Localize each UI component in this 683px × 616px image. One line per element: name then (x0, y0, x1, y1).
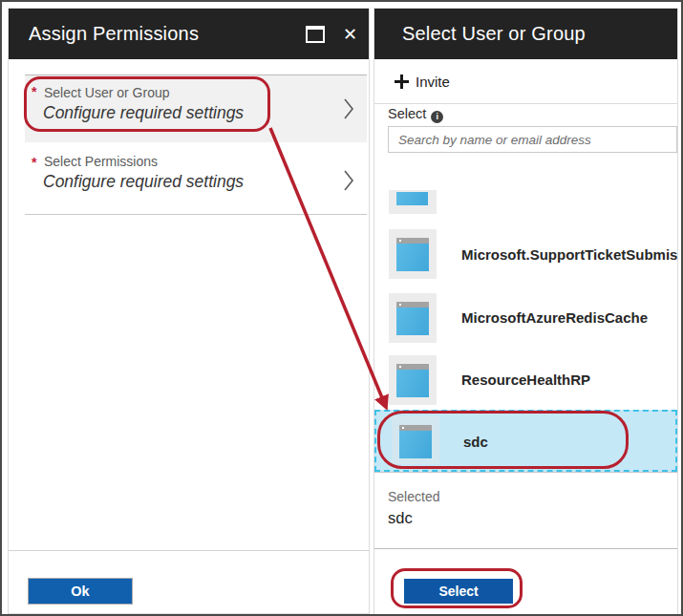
select-permissions-row[interactable]: * Select Permissions Configure required … (25, 146, 367, 215)
restore-window-icon[interactable] (306, 26, 325, 43)
required-asterisk: * (32, 84, 36, 99)
row-sublabel: Configure required settings (43, 172, 244, 192)
chevron-right-icon (343, 97, 354, 120)
footer-divider (9, 550, 369, 551)
screenshot-root: Assign Permissions ✕ * Select User or Gr… (0, 0, 683, 616)
select-button[interactable]: Select (404, 579, 513, 604)
assign-permissions-panel: Assign Permissions ✕ * Select User or Gr… (8, 8, 370, 614)
app-window-icon (396, 192, 428, 205)
selected-summary: Selected sdc (374, 472, 677, 549)
list-item-name: sdc (463, 433, 488, 449)
close-icon[interactable]: ✕ (343, 26, 357, 43)
chevron-right-icon (343, 169, 354, 192)
window-controls: ✕ (306, 26, 369, 43)
app-window-icon (399, 431, 432, 458)
list-item[interactable]: ResourceHealthRP (374, 348, 677, 411)
select-user-or-group-row[interactable]: * Select User or Group Configure require… (25, 74, 367, 142)
app-window-icon (396, 244, 429, 271)
list-item-partial[interactable] (374, 154, 677, 223)
invite-label: Invite (416, 74, 450, 90)
app-icon (389, 229, 437, 279)
list-item-selected[interactable]: sdc (374, 410, 677, 472)
assign-permissions-header: Assign Permissions ✕ (9, 9, 369, 59)
list-item-name: Microsoft.SupportTicketSubmission (461, 245, 677, 262)
list-item-name: ResourceHealthRP (461, 371, 590, 387)
panel-title: Select User or Group (402, 23, 586, 45)
row-label: Select User or Group (44, 85, 170, 100)
app-icon (389, 355, 437, 405)
ok-button[interactable]: Ok (28, 578, 133, 605)
panel-title: Assign Permissions (29, 23, 199, 45)
app-window-icon (396, 308, 429, 335)
info-icon[interactable] (431, 111, 443, 123)
select-user-or-group-header: Select User or Group (374, 9, 677, 59)
select-user-or-group-panel: Select User or Group Invite Select Micro… (374, 8, 678, 614)
search-input[interactable] (388, 126, 677, 153)
app-icon (389, 190, 437, 214)
row-label: Select Permissions (44, 154, 158, 169)
invite-button[interactable]: Invite (374, 59, 677, 104)
select-label-text: Select (388, 106, 426, 121)
panel-footer: Select (374, 548, 677, 616)
list-item[interactable]: MicrosoftAzureRedisCache (374, 286, 677, 349)
plus-icon (395, 74, 409, 89)
list-item[interactable]: Microsoft.SupportTicketSubmission (374, 222, 677, 287)
app-icon (392, 416, 439, 464)
select-field-label: Select (388, 106, 443, 123)
list-item-name: MicrosoftAzureRedisCache (461, 308, 648, 325)
app-icon (389, 293, 437, 343)
selected-value: sdc (388, 509, 413, 527)
required-asterisk: * (32, 155, 36, 170)
app-window-icon (396, 370, 429, 397)
row-sublabel: Configure required settings (43, 103, 244, 123)
selected-label: Selected (388, 489, 439, 504)
